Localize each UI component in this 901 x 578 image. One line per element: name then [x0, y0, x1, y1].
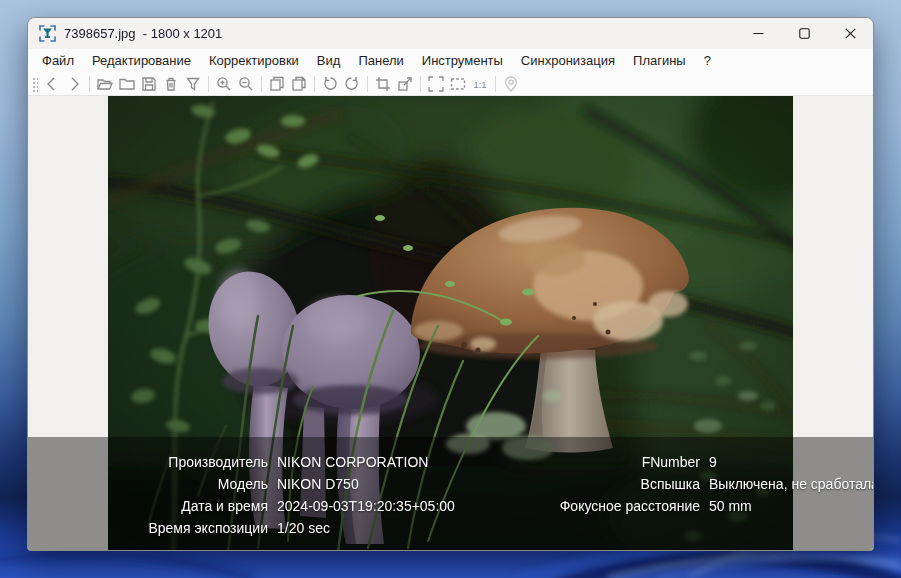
rotate-right-button[interactable]: [341, 74, 363, 95]
zoom-in-icon: [215, 75, 233, 93]
exif-label: Фокусное расстояние: [448, 495, 700, 517]
filter-icon: [184, 75, 202, 93]
app-icon: [39, 25, 56, 42]
rotate-left-icon: [321, 75, 339, 93]
open-folder-icon: [96, 75, 114, 93]
zoom-in-button[interactable]: [213, 74, 235, 95]
exif-value: 2024-09-03T19:20:35+05:00: [277, 495, 455, 517]
fullscreen-icon: [427, 75, 445, 93]
toolbar: 1:1: [28, 73, 873, 96]
exif-overlay: Производитель NIKON CORPORATION Модель N…: [28, 437, 873, 550]
toolbar-separator: [89, 76, 90, 92]
save-icon: [140, 75, 158, 93]
maximize-button[interactable]: [781, 18, 827, 49]
select-region-button[interactable]: [447, 74, 469, 95]
copy-button[interactable]: [266, 74, 288, 95]
close-button[interactable]: [827, 18, 873, 49]
toolbar-separator: [314, 76, 315, 92]
exif-label: Время экспозиции: [28, 517, 268, 539]
menu-edit[interactable]: Редактирование: [83, 49, 200, 73]
menu-file[interactable]: Файл: [33, 49, 83, 73]
rotate-right-icon: [343, 75, 361, 93]
minimize-icon: [753, 28, 764, 39]
exif-value: Выключена, не сработала: [709, 473, 873, 495]
menu-panels[interactable]: Панели: [349, 49, 412, 73]
geotag-icon: [502, 75, 520, 93]
exif-value: 9: [709, 451, 873, 473]
image-view-area: Производитель NIKON CORPORATION Модель N…: [28, 96, 873, 550]
window-controls: [735, 18, 873, 49]
titlebar[interactable]: 7398657.jpg - 1800 x 1201: [28, 18, 873, 49]
exif-label: Дата и время: [28, 495, 268, 517]
toolbar-separator: [261, 76, 262, 92]
crop-button[interactable]: [372, 74, 394, 95]
menu-adjustments[interactable]: Корректировки: [200, 49, 308, 73]
rotate-left-button[interactable]: [319, 74, 341, 95]
trash-icon: [162, 75, 180, 93]
exif-label: Производитель: [28, 451, 268, 473]
app-window: 7398657.jpg - 1800 x 1201 Файл Редактиро…: [27, 17, 874, 551]
exif-value: 1/20 sec: [277, 517, 455, 539]
crop-icon: [374, 75, 392, 93]
window-title: 7398657.jpg - 1800 x 1201: [64, 26, 222, 41]
resize-icon: [396, 75, 414, 93]
duplicate-icon: [290, 75, 308, 93]
select-region-icon: [449, 75, 467, 93]
copy-icon: [268, 75, 286, 93]
exif-value: NIKON D750: [277, 473, 455, 495]
resize-button[interactable]: [394, 74, 416, 95]
zoom-out-icon: [237, 75, 255, 93]
open-folder-button[interactable]: [94, 74, 116, 95]
maximize-icon: [799, 28, 810, 39]
folder-icon: [118, 75, 136, 93]
previous-image-button[interactable]: [41, 74, 63, 95]
exif-right-column: FNumber 9 Вспышка Выключена, не сработал…: [448, 451, 873, 517]
exif-value: NIKON CORPORATION: [277, 451, 455, 473]
fullscreen-button[interactable]: [425, 74, 447, 95]
actual-size-icon: 1:1: [471, 75, 489, 93]
exif-left-column: Производитель NIKON CORPORATION Модель N…: [28, 451, 455, 539]
toolbar-separator: [420, 76, 421, 92]
next-icon: [65, 75, 83, 93]
menubar: Файл Редактирование Корректировки Вид Па…: [28, 49, 873, 73]
browse-folder-button[interactable]: [116, 74, 138, 95]
actual-size-button[interactable]: 1:1: [469, 74, 491, 95]
minimize-button[interactable]: [735, 18, 781, 49]
filter-button[interactable]: [182, 74, 204, 95]
exif-label: Модель: [28, 473, 268, 495]
exif-label: FNumber: [448, 451, 700, 473]
menu-help[interactable]: ?: [695, 49, 720, 73]
toolbar-separator: [367, 76, 368, 92]
previous-icon: [43, 75, 61, 93]
exif-value: 50 mm: [709, 495, 873, 517]
menu-tools[interactable]: Инструменты: [413, 49, 512, 73]
toolbar-separator: [495, 76, 496, 92]
delete-button[interactable]: [160, 74, 182, 95]
menu-sync[interactable]: Синхронизация: [512, 49, 624, 73]
desktop: 7398657.jpg - 1800 x 1201 Файл Редактиро…: [0, 0, 901, 578]
close-icon: [845, 28, 856, 39]
menu-plugins[interactable]: Плагины: [624, 49, 695, 73]
exif-label: Вспышка: [448, 473, 700, 495]
svg-text:1:1: 1:1: [473, 79, 486, 90]
geotag-button[interactable]: [500, 74, 522, 95]
toolbar-grip[interactable]: [32, 76, 38, 92]
menu-view[interactable]: Вид: [308, 49, 350, 73]
save-button[interactable]: [138, 74, 160, 95]
toolbar-separator: [208, 76, 209, 92]
zoom-out-button[interactable]: [235, 74, 257, 95]
next-image-button[interactable]: [63, 74, 85, 95]
duplicate-button[interactable]: [288, 74, 310, 95]
